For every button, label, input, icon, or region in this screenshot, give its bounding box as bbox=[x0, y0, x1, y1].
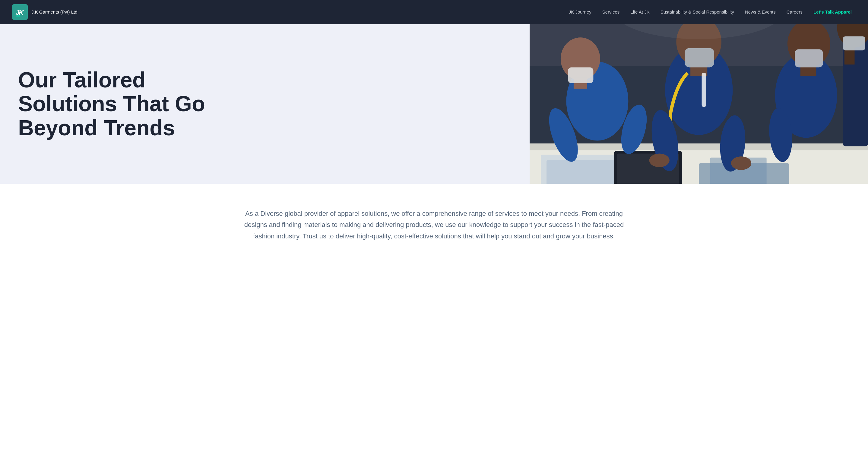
svg-rect-40 bbox=[702, 73, 706, 107]
svg-rect-53 bbox=[843, 36, 865, 50]
svg-point-43 bbox=[649, 154, 669, 167]
svg-rect-33 bbox=[568, 67, 593, 83]
hero-headline: Our Tailored Solutions That Go Beyond Tr… bbox=[18, 68, 223, 140]
svg-point-44 bbox=[731, 157, 751, 170]
nav-cta-button[interactable]: Let's Talk Apparel bbox=[809, 7, 856, 17]
company-name: J.K Garments (Pvt) Ltd bbox=[31, 9, 78, 15]
logo-link[interactable]: JK J.K Garments (Pvt) Ltd bbox=[12, 4, 78, 20]
nav-links: JK Journey Services Life At JK Sustainab… bbox=[565, 9, 856, 15]
nav-services[interactable]: Services bbox=[598, 7, 624, 17]
nav-jk-journey[interactable]: JK Journey bbox=[565, 7, 596, 17]
svg-rect-39 bbox=[685, 48, 714, 68]
logo-icon: JK bbox=[12, 4, 28, 20]
content-description: As a Diverse global provider of apparel … bbox=[238, 208, 630, 242]
svg-rect-23 bbox=[530, 143, 868, 150]
hero-text-area: Our Tailored Solutions That Go Beyond Tr… bbox=[0, 24, 530, 184]
hero-image-area bbox=[530, 24, 868, 184]
nav-careers[interactable]: Careers bbox=[782, 7, 807, 17]
nav-life-at-jk[interactable]: Life At JK bbox=[626, 7, 654, 17]
nav-news-events[interactable]: News & Events bbox=[741, 7, 780, 17]
hero-section: Our Tailored Solutions That Go Beyond Tr… bbox=[0, 24, 868, 184]
content-section: As a Diverse global provider of apparel … bbox=[0, 184, 868, 266]
nav-sustainability[interactable]: Sustainability & Social Responsibility bbox=[656, 7, 738, 17]
navbar: JK J.K Garments (Pvt) Ltd JK Journey Ser… bbox=[0, 0, 868, 24]
svg-rect-48 bbox=[795, 49, 823, 68]
hero-image bbox=[530, 24, 868, 184]
svg-text:JK: JK bbox=[16, 9, 24, 16]
